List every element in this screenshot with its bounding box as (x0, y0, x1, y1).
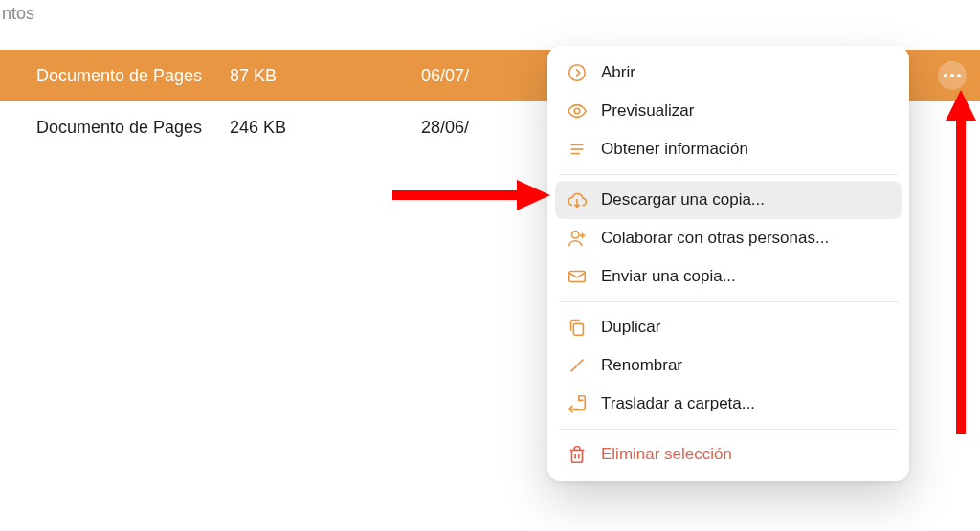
svg-marker-16 (517, 180, 550, 210)
person-add-icon (567, 228, 588, 249)
menu-separator (559, 429, 898, 430)
menu-rename[interactable]: Renombrar (555, 346, 902, 385)
more-actions-button[interactable] (938, 61, 967, 90)
menu-duplicate[interactable]: Duplicar (555, 308, 902, 346)
trash-icon (567, 444, 588, 465)
menu-item-label: Colaborar con otras personas... (601, 229, 829, 248)
cloud-download-icon (567, 189, 588, 210)
svg-line-11 (571, 360, 584, 372)
list-icon (567, 139, 588, 160)
menu-separator (559, 174, 898, 175)
menu-move-to-folder[interactable]: Trasladar a carpeta... (555, 385, 902, 423)
menu-item-label: Enviar una copia... (601, 267, 736, 286)
file-name: Documento de Pages (0, 118, 230, 138)
menu-item-label: Previsualizar (601, 101, 694, 121)
menu-download-copy[interactable]: Descargar una copia... (555, 181, 902, 219)
menu-send-copy[interactable]: Enviar una copia... (555, 257, 902, 296)
menu-open[interactable]: Abrir (555, 54, 902, 92)
menu-get-info[interactable]: Obtener información (555, 130, 902, 168)
chevron-right-circle-icon (567, 62, 588, 83)
menu-item-label: Obtener información (601, 140, 748, 159)
pencil-icon (567, 355, 588, 376)
ellipsis-icon (944, 74, 947, 77)
svg-point-1 (574, 108, 580, 114)
menu-item-label: Abrir (601, 63, 635, 82)
file-size: 87 KB (230, 66, 421, 86)
folder-move-icon (567, 393, 588, 414)
menu-preview[interactable]: Previsualizar (555, 92, 902, 130)
context-menu: Abrir Previsualizar Obtener información (547, 46, 909, 481)
menu-collaborate[interactable]: Colaborar con otras personas... (555, 219, 902, 257)
svg-rect-10 (573, 323, 583, 335)
menu-separator (559, 301, 898, 302)
menu-item-label: Descargar una copia... (601, 190, 765, 210)
svg-point-0 (569, 65, 586, 81)
menu-item-label: Eliminar selección (601, 445, 732, 464)
eye-icon (567, 100, 588, 122)
menu-item-label: Duplicar (601, 318, 660, 337)
svg-point-6 (572, 232, 579, 238)
file-name: Documento de Pages (0, 66, 230, 86)
duplicate-icon (567, 317, 588, 338)
menu-item-label: Renombrar (601, 356, 682, 375)
menu-delete[interactable]: Eliminar selección (555, 435, 902, 474)
mail-icon (567, 266, 588, 287)
menu-item-label: Trasladar a carpeta... (601, 394, 755, 413)
breadcrumb-fragment: ntos (0, 4, 34, 24)
annotation-arrow-left (392, 176, 550, 214)
file-size: 246 KB (230, 118, 421, 138)
